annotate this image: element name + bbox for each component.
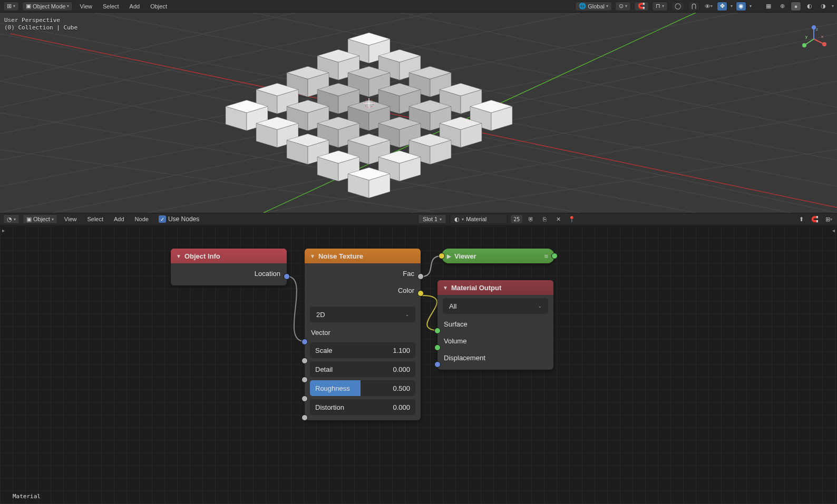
shading-rendered[interactable]: ◑ <box>818 2 829 11</box>
target-dropdown[interactable]: All ⌄ <box>443 298 548 314</box>
fake-user-toggle[interactable]: ⛨ <box>525 214 536 224</box>
socket-input-scale[interactable] <box>301 358 308 364</box>
snap-options[interactable]: ⊓▾ <box>652 2 668 11</box>
xray-toggle[interactable]: ▦ <box>763 2 774 11</box>
param-detail[interactable]: Detail 0.000 <box>310 361 415 377</box>
menu-select[interactable]: Select <box>99 3 123 9</box>
node-editor-header: ◔▾ ▣ Object ▾ View Select Add Node ✓ Use… <box>0 213 837 225</box>
chevron-down-icon: ▾ <box>711 4 713 8</box>
param-distortion[interactable]: Distortion 0.000 <box>310 399 415 415</box>
cube-icon: ▣ <box>26 3 31 9</box>
duplicate-icon: ⎘ <box>543 216 547 222</box>
new-material-button[interactable]: ⎘ <box>539 214 550 224</box>
shading-material[interactable]: ◐ <box>804 2 815 11</box>
output-label-fac: Fac <box>403 270 414 278</box>
node-object-info[interactable]: ▼ Object Info Location <box>171 249 287 285</box>
proportional-falloff[interactable]: ⋂ <box>688 2 700 11</box>
chevron-down-icon: ▾ <box>14 217 16 222</box>
svg-text:x: x <box>821 34 823 39</box>
grid-snap-icon: ⊞ <box>825 216 830 223</box>
material-name-field[interactable]: ◐▾ Material <box>450 214 508 224</box>
collapse-triangle-icon[interactable]: ▼ <box>310 253 315 259</box>
shader-type-dropdown[interactable]: ▣ Object ▾ <box>23 214 57 224</box>
overlay-toggle[interactable]: ◉ <box>736 2 746 11</box>
socket-output-viewer[interactable] <box>551 253 558 259</box>
unlink-material-button[interactable]: ✕ <box>553 214 563 224</box>
mode-dropdown[interactable]: ▣ Object Mode ▾ <box>22 2 73 11</box>
proportional-editing[interactable]: ◯ <box>671 2 685 11</box>
chevron-down-icon: ▾ <box>625 4 627 8</box>
pin-toggle[interactable]: 📍 <box>567 214 577 224</box>
node-editor-canvas[interactable]: ▸ ◂ ▼ Object Info Location ▼ Noise Textu… <box>0 225 837 504</box>
socket-input-viewer[interactable] <box>439 253 445 259</box>
node-viewer[interactable]: ▶ Viewer ≡ <box>442 249 554 263</box>
socket-input-volume[interactable] <box>434 344 441 351</box>
increment-icon: ⊓ <box>656 3 660 9</box>
snap-node-toggle[interactable]: 🧲 <box>810 214 820 224</box>
node-noise-texture[interactable]: ▼ Noise Texture Fac Color 2D ⌄ Vector Sc… <box>305 249 421 420</box>
material-slot-dropdown[interactable]: Slot 1 ▾ <box>418 214 446 224</box>
menu-view[interactable]: View <box>76 3 96 9</box>
node-header-noise[interactable]: ▼ Noise Texture <box>305 249 421 263</box>
socket-input-distortion[interactable] <box>301 414 308 421</box>
use-nodes-toggle[interactable]: ✓ Use Nodes <box>159 215 199 223</box>
menu-node[interactable]: Node <box>131 216 152 222</box>
socket-output-color[interactable] <box>417 290 424 297</box>
param-value: 1.100 <box>393 347 410 354</box>
socket-output-location[interactable] <box>284 273 290 280</box>
grid-icon: ⊞ <box>7 3 12 9</box>
chevron-down-icon[interactable]: ▾ <box>832 4 834 8</box>
editor-type-dropdown[interactable]: ⊞▾ <box>3 2 19 11</box>
snap-node-options[interactable]: ⊞▾ <box>823 214 834 224</box>
xray-icon: ▦ <box>766 3 771 9</box>
socket-input-surface[interactable] <box>434 328 441 334</box>
menu-select[interactable]: Select <box>83 216 107 222</box>
chevron-down-icon: ▾ <box>662 4 664 8</box>
socket-input-roughness[interactable] <box>301 396 308 402</box>
pivot-dropdown[interactable]: ⊙▾ <box>615 2 631 11</box>
axis-gizmo[interactable]: x y z <box>800 25 828 53</box>
magnet-icon: 🧲 <box>638 3 645 9</box>
collapse-triangle-icon[interactable]: ▼ <box>176 253 181 259</box>
collapse-triangle-icon[interactable]: ▼ <box>443 285 448 291</box>
param-scale[interactable]: Scale 1.100 <box>310 342 415 358</box>
param-label: Roughness <box>315 384 350 392</box>
svg-line-9 <box>411 150 837 213</box>
eye-icon: 👁 <box>705 3 711 9</box>
input-label-vector: Vector <box>311 329 330 337</box>
socket-input-detail[interactable] <box>301 377 308 383</box>
param-value: 0.500 <box>393 384 410 392</box>
socket-input-displacement[interactable] <box>434 361 441 368</box>
menu-view[interactable]: View <box>61 216 81 222</box>
parent-node-button[interactable]: ⬆ <box>796 214 806 224</box>
menu-object[interactable]: Object <box>147 3 171 9</box>
toolbar-expand-icon[interactable]: ▸ <box>2 228 5 233</box>
node-header-viewer[interactable]: ▶ Viewer ≡ <box>442 249 554 263</box>
node-material-output[interactable]: ▼ Material Output All ⌄ Surface Volume D… <box>437 280 553 370</box>
gizmo-toggle[interactable]: ✥ <box>717 2 727 11</box>
noise-dimensions-dropdown[interactable]: 2D ⌄ <box>310 307 415 322</box>
node-header-object-info[interactable]: ▼ Object Info <box>171 249 287 263</box>
material-users-badge[interactable]: 25 <box>511 215 522 223</box>
orientation-dropdown[interactable]: 🌐 Global ▾ <box>575 2 612 11</box>
snap-toggle[interactable]: 🧲 <box>634 2 649 11</box>
node-editor-type-dropdown[interactable]: ◔▾ <box>3 214 20 224</box>
circle-icon: ◯ <box>675 3 681 9</box>
viewport-3d[interactable]: User Perspective (0) Collection | Cube x… <box>0 13 837 213</box>
node-header-material-output[interactable]: ▼ Material Output <box>437 280 553 295</box>
sidebar-expand-icon[interactable]: ◂ <box>832 228 835 233</box>
shading-wireframe[interactable]: ⊕ <box>777 2 787 11</box>
menu-add[interactable]: Add <box>126 3 144 9</box>
chevron-down-icon[interactable]: ▾ <box>731 4 733 8</box>
wireframe-icon: ⊕ <box>780 3 785 9</box>
param-roughness[interactable]: Roughness 0.500 <box>310 380 415 396</box>
socket-output-fac[interactable] <box>417 273 424 280</box>
expand-triangle-icon[interactable]: ▶ <box>447 253 451 259</box>
chevron-down-icon[interactable]: ▾ <box>750 4 752 8</box>
overlay-perspective: User Perspective <box>4 17 77 24</box>
menu-add[interactable]: Add <box>110 216 128 222</box>
socket-input-vector[interactable] <box>301 339 308 345</box>
shading-solid[interactable]: ● <box>791 2 801 11</box>
chevron-down-icon: ▾ <box>830 217 832 222</box>
visibility-dropdown[interactable]: 👁▾ <box>703 2 714 11</box>
